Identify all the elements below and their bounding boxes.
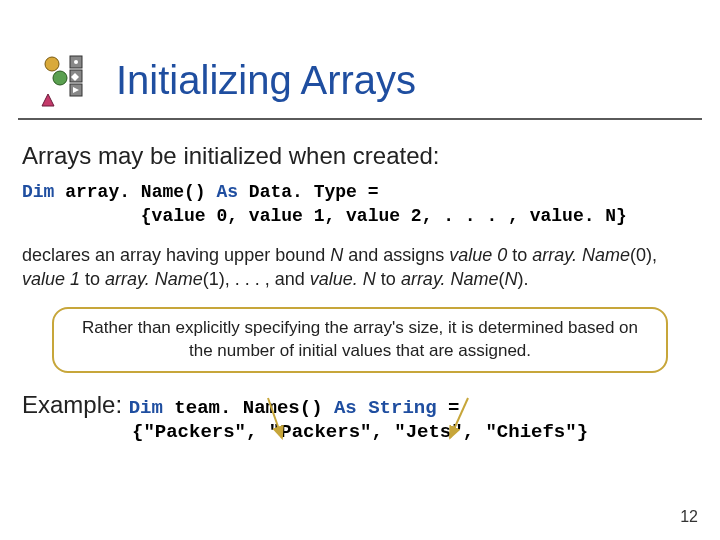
desc-italic-an0: array. Name xyxy=(532,245,630,265)
desc-part: and assigns xyxy=(343,245,449,265)
syntax-eq: = xyxy=(368,182,379,202)
desc-italic-nN: N xyxy=(505,269,518,289)
desc-italic-anN: array. Name xyxy=(401,269,499,289)
svg-point-5 xyxy=(74,60,78,64)
slide-content: Arrays may be initialized when created: … xyxy=(0,120,720,443)
description-text: declares an array having upper bound N a… xyxy=(22,243,698,292)
desc-italic-n: N xyxy=(330,245,343,265)
syntax-values: {value 0, value 1, value 2, . . . , valu… xyxy=(22,206,627,226)
svg-marker-8 xyxy=(42,94,54,106)
syntax-block: Dim array. Name() As Data. Type = {value… xyxy=(22,180,698,229)
slide-header: Initializing Arrays xyxy=(18,0,702,120)
slide-title: Initializing Arrays xyxy=(116,58,416,103)
ex-keyword-dim: Dim xyxy=(129,397,175,419)
keyword-as: As xyxy=(216,182,248,202)
ex-arrayname: team. Names() xyxy=(174,397,334,419)
page-number: 12 xyxy=(680,508,698,526)
example-line: Example: Dim team. Names() As String = xyxy=(22,391,698,419)
desc-part: to xyxy=(376,269,401,289)
desc-italic-an1: array. Name xyxy=(105,269,203,289)
ex-type-string: String xyxy=(368,397,448,419)
desc-part: to xyxy=(507,245,532,265)
svg-point-6 xyxy=(45,57,59,71)
desc-part: ). xyxy=(518,269,529,289)
desc-part: (1), . . . , and xyxy=(203,269,310,289)
desc-italic-vN: value. N xyxy=(310,269,376,289)
example-values: {"Packers", "Packers", "Jets", "Chiefs"} xyxy=(132,421,698,443)
example-label: Example: xyxy=(22,391,129,418)
syntax-datatype: Data. Type xyxy=(249,182,368,202)
logo-icon xyxy=(38,50,98,110)
syntax-arrayname: array. Name() xyxy=(65,182,216,202)
desc-italic-v1: value 1 xyxy=(22,269,80,289)
ex-eq: = xyxy=(448,397,459,419)
svg-point-7 xyxy=(53,71,67,85)
desc-part: (0), xyxy=(630,245,657,265)
callout-box: Rather than explicitly specifying the ar… xyxy=(52,307,668,373)
keyword-dim: Dim xyxy=(22,182,65,202)
desc-part: to xyxy=(80,269,105,289)
intro-text: Arrays may be initialized when created: xyxy=(22,142,698,170)
desc-italic-v0: value 0 xyxy=(449,245,507,265)
desc-part: declares an array having upper bound xyxy=(22,245,330,265)
ex-keyword-as: As xyxy=(334,397,368,419)
